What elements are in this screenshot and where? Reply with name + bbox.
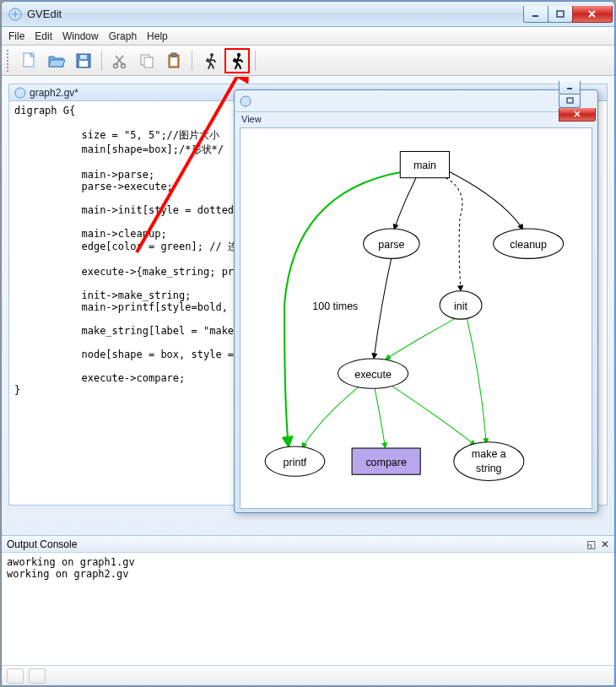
console-header[interactable]: Output Console ◱ ✕ [2, 536, 614, 553]
edge-label: 100 times [312, 300, 358, 312]
svg-rect-5 [79, 61, 88, 67]
minimize-button[interactable] [523, 6, 548, 23]
main-window: GVEdit File Edit Window Graph Help [1, 1, 615, 686]
runner-icon [202, 51, 219, 70]
editor-title: graph2.gv* [30, 87, 78, 99]
window-title: GVEdit [27, 8, 62, 20]
app-icon [8, 8, 22, 21]
status-button-1[interactable] [7, 668, 24, 684]
console-float-icon[interactable]: ◱ [586, 538, 596, 550]
toolbar-separator [101, 51, 102, 71]
run-last-button[interactable] [197, 48, 223, 73]
console-text[interactable]: aworking on graph1.gv working on graph2.… [2, 553, 614, 665]
save-button[interactable] [71, 48, 96, 73]
status-button-2[interactable] [29, 668, 46, 684]
new-button[interactable] [17, 48, 42, 73]
close-button[interactable] [572, 6, 613, 23]
toolbar-separator [255, 51, 256, 71]
node-compare: compare [352, 448, 420, 474]
svg-text:compare: compare [365, 457, 407, 468]
console-title: Output Console [7, 538, 77, 550]
toolbar-separator [192, 51, 192, 71]
svg-text:printf: printf [284, 457, 307, 468]
statusbar [2, 665, 614, 685]
node-parse: parse [364, 229, 420, 258]
view-maximize-button[interactable] [559, 95, 581, 108]
toolbar [2, 46, 614, 76]
titlebar[interactable]: GVEdit [2, 2, 614, 27]
new-file-icon [21, 51, 38, 70]
svg-rect-2 [557, 11, 564, 17]
view-label: View [235, 112, 597, 127]
svg-text:string: string [476, 463, 502, 474]
menu-file[interactable]: File [8, 30, 24, 42]
svg-rect-10 [144, 57, 153, 68]
graph-canvas[interactable]: 100 times main parse cleanup [240, 127, 592, 509]
cut-button[interactable] [107, 48, 132, 73]
menubar: File Edit Window Graph Help [2, 27, 614, 46]
svg-text:main: main [413, 160, 436, 171]
clipboard-icon [165, 52, 182, 69]
svg-text:make a: make a [472, 448, 506, 460]
svg-text:init: init [454, 300, 467, 312]
runner-icon [229, 51, 246, 70]
node-cleanup: cleanup [494, 229, 564, 258]
node-make-string: make a string [454, 442, 524, 481]
svg-rect-13 [170, 57, 177, 66]
svg-point-16 [15, 88, 25, 98]
menu-window[interactable]: Window [62, 30, 99, 42]
menu-help[interactable]: Help [147, 30, 168, 42]
svg-point-17 [240, 96, 251, 106]
svg-text:cleanup: cleanup [510, 239, 547, 251]
node-init: init [440, 291, 482, 319]
copy-button[interactable] [134, 48, 159, 73]
open-folder-icon [47, 52, 66, 69]
document-icon [14, 87, 26, 99]
svg-rect-6 [80, 55, 87, 59]
menu-graph[interactable]: Graph [109, 30, 137, 42]
svg-text:parse: parse [378, 239, 404, 251]
toolbar-handle[interactable] [7, 50, 12, 72]
svg-point-7 [114, 63, 118, 68]
svg-point-8 [122, 63, 126, 68]
svg-text:execute: execute [354, 369, 392, 381]
workspace: graph2.gv* digraph G{ size = "5, 5";//图片… [2, 76, 614, 535]
copy-icon [138, 52, 155, 69]
run-button[interactable] [224, 48, 250, 73]
save-icon [75, 52, 92, 69]
scissors-icon [111, 52, 128, 69]
output-console: Output Console ◱ ✕ aworking on graph1.gv… [2, 535, 614, 685]
paste-button[interactable] [161, 48, 186, 73]
menu-edit[interactable]: Edit [35, 30, 52, 42]
node-execute: execute [338, 359, 408, 388]
window-controls [524, 5, 614, 23]
view-minimize-button[interactable] [559, 81, 581, 95]
open-button[interactable] [44, 48, 69, 73]
node-printf: printf [265, 446, 325, 476]
view-window: View [234, 89, 598, 513]
svg-rect-12 [171, 53, 176, 57]
view-titlebar[interactable] [235, 90, 597, 112]
view-app-icon [240, 95, 251, 107]
console-close-icon[interactable]: ✕ [601, 538, 609, 550]
maximize-button[interactable] [548, 6, 573, 23]
node-main: main [400, 151, 449, 177]
graph-svg: 100 times main parse cleanup [240, 128, 592, 508]
svg-rect-19 [567, 98, 573, 103]
